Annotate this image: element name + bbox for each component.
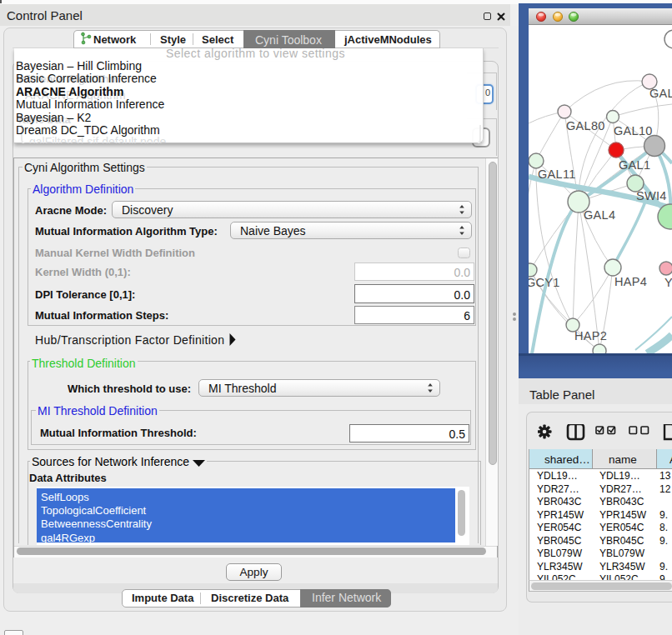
svg-text:GCY1: GCY1: [529, 276, 560, 289]
svg-text:GAL: GAL: [649, 87, 672, 100]
svg-text:HAP4: HAP4: [614, 275, 647, 288]
svg-text:GAL1: GAL1: [619, 158, 650, 172]
svg-text:SWI4: SWI4: [636, 189, 667, 202]
svg-text:HAP2: HAP2: [574, 329, 607, 342]
svg-text:GAL80: GAL80: [566, 119, 605, 132]
svg-text:GAL11: GAL11: [538, 168, 576, 181]
svg-text:YP: YP: [664, 276, 672, 289]
svg-text:GAL4: GAL4: [584, 208, 615, 222]
svg-text:GAL10: GAL10: [614, 124, 653, 138]
